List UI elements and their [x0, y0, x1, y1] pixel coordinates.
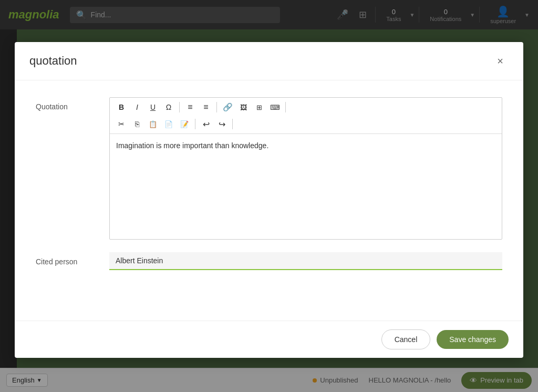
unordered-list-button[interactable]: ≡ — [199, 100, 213, 115]
close-button[interactable]: × — [492, 53, 509, 69]
modal-title: quotation — [29, 54, 77, 68]
quotation-field: B I U Ω ≡ ≡ 🔗 🖼 ⊞ ⌨ — [109, 97, 502, 240]
toolbar-sep-3 — [285, 102, 286, 112]
rte-content[interactable]: Imagination is more important than knowl… — [110, 134, 502, 239]
save-button[interactable]: Save changes — [437, 330, 509, 349]
underline-button[interactable]: U — [146, 100, 160, 115]
toolbar-sep-1 — [179, 102, 180, 112]
ordered-list-button[interactable]: ≡ — [183, 100, 198, 115]
modal-body: Quotation B I U Ω ≡ ≡ 🔗 — [15, 80, 523, 321]
quotation-field-row: Quotation B I U Ω ≡ ≡ 🔗 — [36, 97, 502, 240]
modal-footer: Cancel Save changes — [15, 321, 523, 358]
cited-person-input[interactable] — [109, 252, 502, 270]
toolbar-sep-5 — [232, 119, 233, 129]
italic-button[interactable]: I — [130, 100, 144, 115]
copy-button[interactable]: ⎘ — [130, 117, 144, 131]
rte-toolbar-row-1: B I U Ω ≡ ≡ 🔗 🖼 ⊞ ⌨ — [114, 100, 498, 115]
rte-toolbar-row-2: ✂ ⎘ 📋 📄 📝 ↩ ↪ — [114, 117, 498, 131]
special-char-button[interactable]: ⌨ — [267, 100, 282, 115]
quotation-modal: quotation × Quotation B I U Ω ≡ ≡ — [15, 42, 523, 358]
undo-button[interactable]: ↩ — [199, 117, 213, 131]
image-button[interactable]: 🖼 — [236, 100, 251, 115]
paste-word-button[interactable]: 📝 — [177, 117, 192, 131]
redo-button[interactable]: ↪ — [214, 117, 229, 131]
link-button[interactable]: 🔗 — [220, 100, 235, 115]
cited-person-field-row: Cited person — [36, 252, 502, 270]
cited-person-label: Cited person — [36, 252, 99, 266]
paste-button[interactable]: 📋 — [146, 117, 160, 131]
cancel-button[interactable]: Cancel — [381, 329, 431, 349]
rte-container: B I U Ω ≡ ≡ 🔗 🖼 ⊞ ⌨ — [109, 97, 502, 240]
toolbar-sep-2 — [216, 102, 217, 112]
paste-text-button[interactable]: 📄 — [161, 117, 176, 131]
quotation-label: Quotation — [36, 97, 99, 111]
toolbar-sep-4 — [195, 119, 195, 129]
omega-button[interactable]: Ω — [161, 100, 176, 115]
bold-button[interactable]: B — [114, 100, 129, 115]
table-button[interactable]: ⊞ — [252, 100, 266, 115]
rte-toolbar: B I U Ω ≡ ≡ 🔗 🖼 ⊞ ⌨ — [110, 98, 502, 134]
cited-person-field — [109, 252, 502, 270]
cut-button[interactable]: ✂ — [114, 117, 129, 131]
modal-header: quotation × — [15, 42, 523, 80]
